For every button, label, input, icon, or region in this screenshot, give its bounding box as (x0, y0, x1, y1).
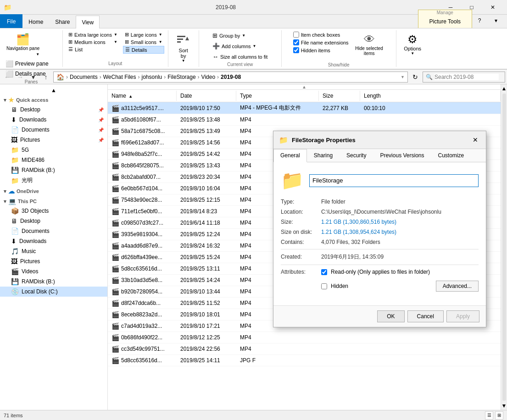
folder-name-input[interactable] (309, 174, 479, 187)
sidebar-item-mide486-qa[interactable]: 📁 MIDE486 (0, 155, 107, 165)
dialog-tab-sharing[interactable]: Sharing (307, 149, 340, 162)
dialog-close-button[interactable]: ✕ (470, 135, 480, 145)
close-button[interactable]: ✕ (482, 0, 503, 15)
small-icons-button[interactable]: ⊞ Small icons ▼ (123, 39, 164, 45)
file-type-icon: 🎬 (111, 196, 119, 204)
sort-by-button[interactable]: Sortby ▼ (172, 31, 195, 65)
sidebar-section-quick-access[interactable]: ▾ ★ Quick access (0, 94, 107, 105)
file-name-extensions-toggle[interactable]: File name extensions (292, 39, 350, 46)
advanced-button[interactable]: Advanced... (436, 281, 479, 292)
path-wechat[interactable]: WeChat Files (103, 74, 136, 80)
back-button[interactable]: ← (2, 72, 13, 83)
path-documents[interactable]: Documents (70, 74, 98, 80)
tab-picture-tools[interactable]: Picture Tools (424, 15, 466, 28)
dialog-tab-previous-versions[interactable]: Previous Versions (373, 149, 431, 162)
search-box[interactable]: 🔍 (423, 72, 505, 83)
hidden-items-toggle[interactable]: Hidden items (292, 47, 350, 54)
file-type-icon: 🎬 (111, 322, 119, 330)
scroll-down-button[interactable]: ▼ (501, 402, 507, 410)
file-row[interactable]: 🎬 5d8cc635616d... 2019/8/25 14:11 JPG F (108, 355, 501, 366)
col-header-name[interactable]: Name ▲ (108, 91, 177, 101)
nav-pane-button[interactable]: 🗂️ Navigation pane ▼ (4, 31, 42, 58)
sidebar-item-ramdisk-pc[interactable]: 💾 RAMDisk (B:) (0, 276, 107, 287)
group-by-button[interactable]: ⊞ Group by ▼ (211, 31, 247, 40)
sidebar-item-pictures-qa[interactable]: 🖼 Pictures 📌 (0, 135, 107, 145)
file-row[interactable]: 🎬 cc3d549c99751... 2019/8/24 22:56 MP4 (108, 343, 501, 355)
col-header-length[interactable]: Length (360, 91, 501, 101)
ribbon-help-button[interactable]: ? (472, 13, 487, 28)
path-video[interactable]: Video (201, 74, 215, 80)
search-input[interactable] (435, 74, 499, 80)
scroll-thumb[interactable] (502, 94, 506, 401)
hidden-attr-row: Hidden Advanced... (321, 281, 479, 292)
sidebar-item-3d-objects[interactable]: 📦 3D Objects (0, 206, 107, 216)
sidebar-item-downloads-qa[interactable]: ⬇ Downloads 📌 (0, 115, 107, 125)
tab-home[interactable]: Home (22, 15, 49, 28)
sidebar-item-documents-qa[interactable]: 📄 Documents 📌 (0, 125, 107, 135)
dialog-tab-general[interactable]: General (273, 149, 307, 162)
sidebar-item-ramdisk-qa[interactable]: 💾 RAMDisk (B:) (0, 165, 107, 175)
scroll-up-button[interactable]: ▲ (501, 84, 507, 93)
path-johsonlu[interactable]: johsonlu (142, 74, 162, 80)
tab-file[interactable]: File (0, 14, 22, 28)
up-button[interactable]: ↑ (40, 72, 51, 83)
address-path[interactable]: 🏠 › Documents › WeChat Files › johsonlu … (53, 72, 408, 83)
sidebar-item-local-disk-c[interactable]: 💿 Local Disk (C:) (0, 287, 107, 297)
dialog-body: 📁 Type: File folder Location: C:\Users\l… (273, 162, 486, 305)
add-columns-button[interactable]: ➕ Add columns ▼ (211, 42, 258, 50)
refresh-button[interactable]: ↻ (410, 72, 421, 83)
apply-button[interactable]: Apply (446, 310, 479, 322)
col-header-type[interactable]: Type (236, 91, 319, 101)
dialog-tab-security[interactable]: Security (340, 149, 373, 162)
sidebar-item-desktop-pc[interactable]: 🖥 Desktop (0, 216, 107, 226)
sidebar-item-documents-pc[interactable]: 📄 Documents (0, 226, 107, 236)
hide-selected-items-button[interactable]: 👁 Hide selecteditems (353, 31, 385, 58)
readonly-checkbox[interactable] (321, 269, 327, 275)
sidebar-item-music-pc[interactable]: 🎵 Music (0, 246, 107, 256)
details-button[interactable]: ☰ Details (123, 46, 164, 54)
sidebar-item-downloads-pc[interactable]: ⬇ Downloads (0, 236, 107, 246)
view-toggle-details[interactable]: ☰ (485, 411, 493, 420)
recent-locations-button[interactable]: ▾ (28, 72, 39, 83)
path-filestorage[interactable]: FileStorage (167, 74, 195, 80)
sidebar-item-5g-qa[interactable]: 📁 5G (0, 145, 107, 155)
file-row[interactable]: 🎬 0b686fd490f22... 2019/8/12 12:25 MP4 (108, 332, 501, 343)
list-button[interactable]: ☰ List (67, 46, 119, 53)
sidebar-section-onedrive[interactable]: ▾ ☁ OneDrive (0, 186, 107, 196)
sidebar-item-desktop-qa[interactable]: 🖥 Desktop 📌 (0, 105, 107, 115)
options-button[interactable]: ⚙ Options ▼ (400, 31, 425, 57)
file-row[interactable]: 🎬 a3112c5e9517.... 2019/8/10 17:50 MP4 -… (108, 102, 501, 114)
tab-view[interactable]: View (76, 16, 100, 28)
sidebar-section-thispc[interactable]: ▾ 💻 This PC (0, 196, 107, 206)
sidebar-item-videos-pc[interactable]: 🎬 Videos (0, 266, 107, 276)
size-all-columns-button[interactable]: ↔ Size all columns to fit (211, 52, 269, 61)
pin-icon-dl: 📌 (98, 117, 104, 122)
view-toggle-icons[interactable]: ⊞ (495, 411, 503, 420)
sidebar-item-pictures-pc[interactable]: 🖼 Pictures (0, 256, 107, 266)
svg-rect-2 (177, 41, 181, 43)
right-scrollbar[interactable]: ▲ ▼ (501, 84, 507, 410)
preview-pane-button[interactable]: ⬜ Preview pane (4, 59, 59, 68)
item-check-boxes-toggle[interactable]: Item check boxes (292, 31, 350, 38)
medium-icons-button[interactable]: ⊞ Medium icons ▼ (67, 39, 119, 45)
extra-large-icons-button[interactable]: ⊞ Extra large icons ▼ (67, 31, 119, 38)
file-type-icon: 🎬 (111, 116, 119, 123)
sidebar-item-guangming-qa[interactable]: 📁 光明 (0, 175, 107, 186)
dialog-tab-customize[interactable]: Customize (431, 149, 471, 162)
file-row[interactable]: 🎬 a5bd61080f67... 2019/8/25 13:48 MP4 (108, 114, 501, 126)
path-current[interactable]: 2019-08 (221, 74, 241, 80)
forward-button[interactable]: → (15, 72, 26, 83)
item-check-boxes-checkbox[interactable] (293, 32, 299, 38)
cancel-button[interactable]: Cancel (407, 310, 444, 322)
ribbon-collapse-button[interactable]: ▾ (489, 13, 503, 28)
hidden-checkbox[interactable] (321, 283, 327, 289)
ok-button[interactable]: OK (377, 310, 404, 322)
col-header-date[interactable]: Date (177, 91, 236, 101)
sidebar-scroll-up[interactable]: ▲ (0, 86, 107, 94)
col-header-size[interactable]: Size (319, 91, 360, 101)
large-icons-button[interactable]: ⊞ Large icons ▼ (123, 31, 164, 38)
hidden-items-checkbox[interactable] (293, 47, 299, 53)
tab-share[interactable]: Share (49, 15, 76, 28)
ribbon-group-panes: 🗂️ Navigation pane ▼ ⬜ Preview pane ⬜ De… (0, 30, 63, 67)
file-name-extensions-checkbox[interactable] (293, 39, 299, 45)
